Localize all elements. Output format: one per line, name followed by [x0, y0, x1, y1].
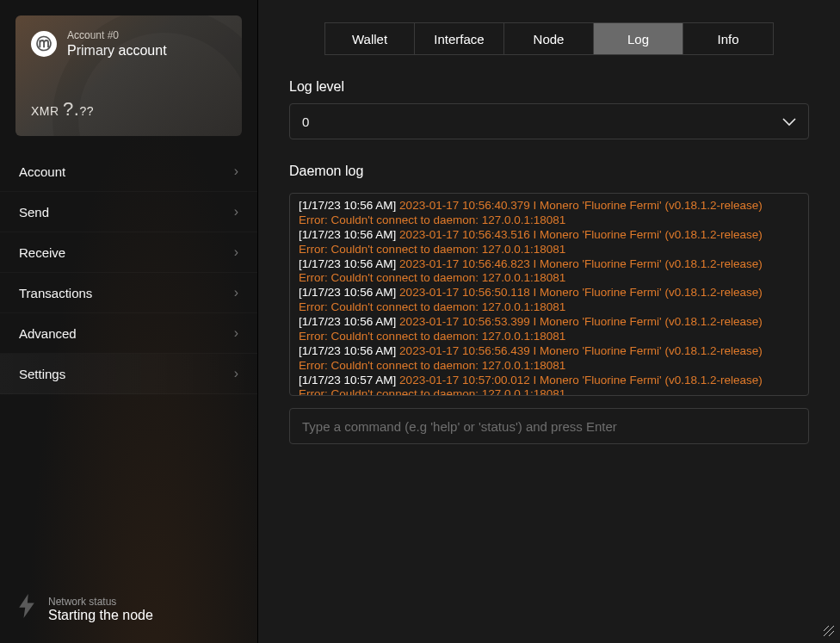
resize-handle-icon[interactable] [823, 625, 835, 640]
nav-label: Settings [19, 367, 65, 381]
daemon-log-label: Daemon log [289, 164, 809, 179]
log-info: 2023-01-17 10:56:46.823 I Monero 'Fluori… [399, 257, 763, 270]
log-line: [1/17/23 10:56 AM] 2023-01-17 10:56:56.4… [299, 344, 800, 359]
log-error: Error: Couldn't connect to daemon: 127.0… [299, 387, 565, 396]
nav-label: Advanced [19, 326, 77, 341]
nav-label: Receive [19, 245, 65, 260]
chevron-right-icon: › [234, 244, 238, 260]
tab-info[interactable]: Info [683, 23, 773, 54]
account-number: Account #0 [67, 29, 226, 41]
log-error: Error: Couldn't connect to daemon: 127.0… [299, 359, 565, 372]
log-level-value: 0 [302, 114, 309, 129]
log-line: [1/17/23 10:56 AM] 2023-01-17 10:56:43.5… [299, 228, 800, 243]
log-error: Error: Couldn't connect to daemon: 127.0… [299, 243, 565, 256]
log-info: 2023-01-17 10:56:40.379 I Monero 'Fluori… [399, 199, 763, 212]
log-timestamp: [1/17/23 10:56 AM] [299, 286, 396, 299]
log-timestamp: [1/17/23 10:56 AM] [299, 315, 396, 328]
log-error-line: Error: Couldn't connect to daemon: 127.0… [299, 213, 800, 228]
log-error-line: Error: Couldn't connect to daemon: 127.0… [299, 330, 800, 344]
log-line: [1/17/23 10:56 AM] 2023-01-17 10:56:46.8… [299, 257, 800, 272]
nav-item-send[interactable]: Send › [0, 192, 257, 232]
log-error-line: Error: Couldn't connect to daemon: 127.0… [299, 387, 800, 396]
log-info: 2023-01-17 10:56:56.439 I Monero 'Fluori… [399, 344, 763, 357]
network-status-label: Network status [48, 596, 153, 608]
nav-item-transactions[interactable]: Transactions › [0, 273, 257, 313]
monero-logo-icon: ⓜ [31, 31, 57, 57]
settings-tabs: Wallet Interface Node Log Info [324, 22, 774, 55]
lightning-icon [17, 594, 36, 624]
log-timestamp: [1/17/23 10:57 AM] [299, 374, 396, 386]
nav-item-receive[interactable]: Receive › [0, 232, 257, 273]
tab-node[interactable]: Node [504, 23, 594, 54]
network-status: Network status Starting the node [0, 582, 257, 643]
sidebar-nav: Account › Send › Receive › Transactions … [0, 151, 257, 394]
main-content: Wallet Interface Node Log Info Log level… [258, 0, 840, 643]
account-card[interactable]: ⓜ Account #0 Primary account XMR ?.?? [15, 15, 242, 136]
nav-item-settings[interactable]: Settings › [0, 354, 257, 394]
log-error-line: Error: Couldn't connect to daemon: 127.0… [299, 359, 800, 374]
log-error-line: Error: Couldn't connect to daemon: 127.0… [299, 271, 800, 286]
log-level-label: Log level [289, 79, 809, 95]
log-info: 2023-01-17 10:56:43.516 I Monero 'Fluori… [399, 228, 763, 241]
nav-item-account[interactable]: Account › [0, 151, 257, 192]
daemon-command-input[interactable] [289, 408, 809, 444]
tab-log[interactable]: Log [594, 23, 683, 54]
log-error-line: Error: Couldn't connect to daemon: 127.0… [299, 300, 800, 315]
log-error: Error: Couldn't connect to daemon: 127.0… [299, 300, 565, 313]
log-info: 2023-01-17 10:56:53.399 I Monero 'Fluori… [399, 315, 763, 328]
chevron-down-icon [782, 114, 796, 129]
log-error: Error: Couldn't connect to daemon: 127.0… [299, 330, 565, 343]
chevron-right-icon: › [234, 164, 238, 179]
log-line: [1/17/23 10:57 AM] 2023-01-17 10:57:00.0… [299, 374, 800, 388]
chevron-right-icon: › [234, 285, 238, 300]
log-error: Error: Couldn't connect to daemon: 127.0… [299, 271, 565, 284]
log-timestamp: [1/17/23 10:56 AM] [299, 199, 396, 212]
log-error: Error: Couldn't connect to daemon: 127.0… [299, 213, 565, 226]
log-error-line: Error: Couldn't connect to daemon: 127.0… [299, 243, 800, 257]
nav-label: Account [19, 164, 65, 179]
account-balance: XMR ?.?? [31, 98, 94, 121]
log-info: 2023-01-17 10:57:00.012 I Monero 'Fluori… [399, 374, 763, 386]
sidebar: ⓜ Account #0 Primary account XMR ?.?? Ac… [0, 0, 258, 643]
chevron-right-icon: › [234, 366, 238, 381]
nav-label: Send [19, 205, 49, 219]
log-timestamp: [1/17/23 10:56 AM] [299, 228, 396, 241]
log-timestamp: [1/17/23 10:56 AM] [299, 257, 396, 270]
tab-interface[interactable]: Interface [415, 23, 504, 54]
log-info: 2023-01-17 10:56:50.118 I Monero 'Fluori… [399, 286, 763, 299]
chevron-right-icon: › [234, 325, 238, 341]
nav-item-advanced[interactable]: Advanced › [0, 313, 257, 354]
daemon-log-output[interactable]: [1/17/23 10:56 AM] 2023-01-17 10:56:40.3… [289, 193, 809, 396]
network-status-text: Starting the node [48, 608, 153, 623]
log-timestamp: [1/17/23 10:56 AM] [299, 344, 396, 357]
nav-label: Transactions [19, 286, 92, 300]
chevron-right-icon: › [234, 204, 238, 219]
account-name: Primary account [67, 43, 226, 59]
tab-wallet[interactable]: Wallet [325, 23, 415, 54]
log-level-select[interactable]: 0 [289, 103, 809, 139]
log-line: [1/17/23 10:56 AM] 2023-01-17 10:56:40.3… [299, 199, 800, 213]
log-line: [1/17/23 10:56 AM] 2023-01-17 10:56:50.1… [299, 286, 800, 300]
log-line: [1/17/23 10:56 AM] 2023-01-17 10:56:53.3… [299, 315, 800, 330]
